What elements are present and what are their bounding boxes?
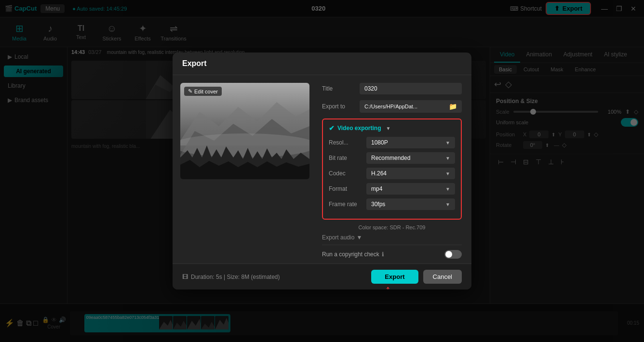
format-value: mp4 xyxy=(371,185,382,192)
footer-buttons: Export Cancel ↑ xyxy=(371,270,462,284)
cancel-button[interactable]: Cancel xyxy=(423,270,462,284)
duration-size: Duration: 5s | Size: 8M (estimated) xyxy=(191,274,280,280)
modal-left: ✎ Edit cover xyxy=(173,75,317,263)
export-modal: Export xyxy=(173,53,471,289)
modal-header: Export xyxy=(173,53,471,75)
codec-row: Codec H.264 ▼ xyxy=(329,168,455,179)
codec-label: Codec xyxy=(329,170,362,177)
export-modal-overlay: Export xyxy=(0,0,644,342)
copyright-text: Run a copyright check xyxy=(322,251,379,258)
copyright-label: Run a copyright check ℹ xyxy=(322,251,384,258)
audio-expand-label: Export audio xyxy=(322,234,354,241)
resolution-select[interactable]: 1080P ▼ xyxy=(366,137,455,148)
bitrate-value: Recommended xyxy=(371,155,410,161)
export-modal-button[interactable]: Export xyxy=(371,270,418,284)
modal-preview: ✎ Edit cover xyxy=(180,83,309,179)
resolution-label: Resol... xyxy=(329,139,362,146)
video-export-section: ✔ Video exporting ▼ Resol... 1080P ▼ Bit… xyxy=(322,118,462,220)
codec-chevron: ▼ xyxy=(445,171,450,176)
preview-svg xyxy=(180,83,309,179)
export-to-label: Export to xyxy=(322,103,356,110)
copyright-toggle[interactable] xyxy=(444,250,462,259)
edit-cover-label: Edit cover xyxy=(194,89,218,94)
frame-rate-value: 30fps xyxy=(371,201,385,208)
format-row: Format mp4 ▼ xyxy=(329,183,455,195)
resolution-row: Resol... 1080P ▼ xyxy=(329,137,455,148)
resolution-chevron: ▼ xyxy=(445,140,450,145)
frame-rate-label: Frame rate xyxy=(329,201,362,208)
format-chevron: ▼ xyxy=(445,186,450,192)
bitrate-label: Bit rate xyxy=(329,155,362,161)
export-path-text: C:/Users/HP/AppDat... xyxy=(364,104,446,109)
modal-footer: 🎞 Duration: 5s | Size: 8M (estimated) Ex… xyxy=(173,263,471,289)
frame-rate-row: Frame rate 30fps ▼ xyxy=(329,198,455,210)
resolution-value: 1080P xyxy=(371,139,388,146)
copyright-row: Run a copyright check ℹ xyxy=(322,245,462,263)
info-icon[interactable]: ℹ xyxy=(382,251,384,258)
expand-icon: ▼ xyxy=(386,126,390,131)
bitrate-select[interactable]: Recommended ▼ xyxy=(366,152,455,164)
codec-select[interactable]: H.264 ▼ xyxy=(366,168,455,179)
copyright-toggle-knob xyxy=(445,251,452,258)
format-select[interactable]: mp4 ▼ xyxy=(366,183,455,195)
arrow-indicator: ↑ xyxy=(385,282,391,289)
bitrate-chevron: ▼ xyxy=(445,156,450,161)
color-space: Color space: SDR - Rec.709 xyxy=(322,224,462,230)
modal-body: ✎ Edit cover Title Export to C:/Users/HP… xyxy=(173,75,471,263)
film-icon: 🎞 xyxy=(182,274,188,280)
export-audio-title[interactable]: Export audio ▼ xyxy=(322,234,462,241)
export-to-row: Export to C:/Users/HP/AppDat... 📁 xyxy=(322,100,462,113)
frame-rate-chevron: ▼ xyxy=(445,202,450,207)
bitrate-row: Bit rate Recommended ▼ xyxy=(329,152,455,164)
edit-cover-button[interactable]: ✎ Edit cover xyxy=(184,87,222,96)
edit-icon: ✎ xyxy=(188,88,192,94)
video-export-title: ✔ Video exporting ▼ xyxy=(329,124,455,132)
codec-value: H.264 xyxy=(371,170,387,177)
title-field-row: Title xyxy=(322,83,462,94)
format-label: Format xyxy=(329,185,362,192)
title-field-label: Title xyxy=(322,85,356,92)
check-icon: ✔ xyxy=(329,124,335,132)
video-exporting-label: Video exporting xyxy=(337,125,381,132)
title-input[interactable] xyxy=(360,83,462,94)
footer-info: 🎞 Duration: 5s | Size: 8M (estimated) xyxy=(182,274,280,280)
modal-right: Title Export to C:/Users/HP/AppDat... 📁 … xyxy=(317,75,471,263)
export-audio-section: Export audio ▼ xyxy=(322,230,462,245)
audio-chevron-icon: ▼ xyxy=(356,234,362,241)
frame-rate-select[interactable]: 30fps ▼ xyxy=(366,198,455,210)
export-path-field: C:/Users/HP/AppDat... 📁 xyxy=(360,100,462,113)
folder-button[interactable]: 📁 xyxy=(449,103,457,110)
